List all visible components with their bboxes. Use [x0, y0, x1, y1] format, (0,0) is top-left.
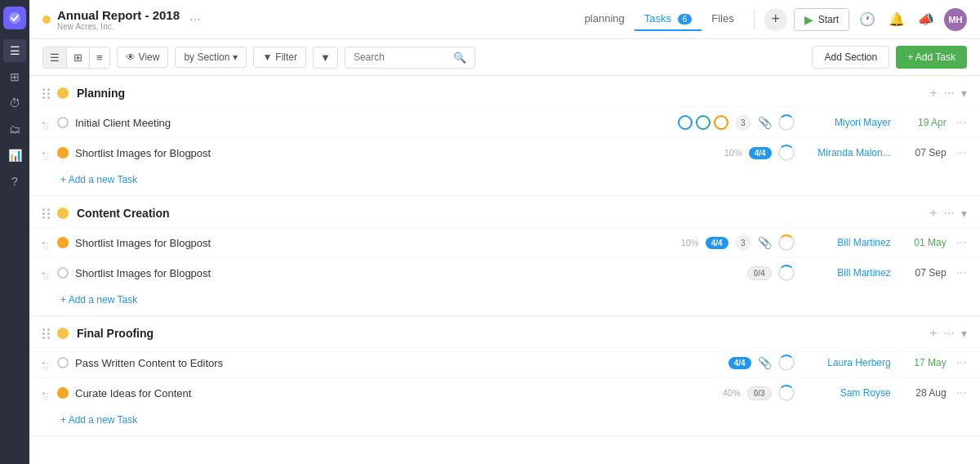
task-assignee[interactable]: Sam Royse	[801, 387, 891, 399]
task-row[interactable]: ⠿ Shortlist Images for Blogpost 0/4 Bill…	[29, 257, 980, 288]
task-status-checkbox[interactable]	[57, 237, 69, 248]
timeline-view-button[interactable]: ≡	[90, 47, 109, 68]
attachment-icon: 📎	[758, 236, 772, 249]
task-drag-handle[interactable]: ⠿	[42, 122, 51, 124]
task-assignee[interactable]: Laura Herberg	[801, 357, 891, 368]
section-planning: Planning + ··· ▾ ⠿ Initial Client Meetin…	[29, 76, 980, 196]
task-row[interactable]: ⠿ Shortlist Images for Blogpost 10% 4/4 …	[29, 227, 980, 257]
search-input[interactable]	[354, 51, 448, 63]
list-view-button[interactable]: ☰	[43, 47, 67, 68]
group-by-section-button[interactable]: by Section ▾	[175, 47, 247, 68]
topbar: Annual Report - 2018 New Acres, Inc. ···…	[29, 0, 980, 39]
notifications-icon[interactable]: 📣	[915, 8, 938, 30]
sidebar-icon-board[interactable]: ⊞	[3, 65, 26, 88]
section-title: Final Proofing	[77, 327, 923, 340]
task-row[interactable]: ⠿ Shortlist Images for Blogpost 10% 4/4 …	[29, 137, 980, 167]
add-task-link[interactable]: + Add a new Task	[29, 167, 980, 195]
task-due-date: 19 Apr	[898, 117, 947, 128]
task-status-checkbox[interactable]	[57, 357, 69, 368]
task-more-button[interactable]: ···	[956, 115, 967, 130]
sidebar-icon-time[interactable]: ⏱	[3, 91, 26, 114]
sort-button[interactable]: ▼	[313, 47, 338, 69]
section-collapse-button[interactable]: ▾	[961, 327, 967, 340]
task-drag-handle[interactable]: ⠿	[42, 272, 51, 274]
section-more-icon[interactable]: ···	[944, 206, 955, 221]
task-row[interactable]: ⠿ Pass Written Content to Editors 4/4 📎 …	[29, 347, 980, 377]
task-assignee[interactable]: Miyori Mayer	[801, 117, 891, 128]
section-collapse-button[interactable]: ▾	[961, 207, 967, 220]
add-section-button[interactable]: Add Section	[812, 46, 889, 69]
bell-icon[interactable]: 🔔	[885, 8, 908, 30]
add-to-section-icon[interactable]: +	[929, 326, 937, 341]
filter-button[interactable]: ▼ Filter	[253, 47, 306, 68]
start-button[interactable]: ▶ Start	[794, 8, 849, 31]
sidebar: ☰ ⊞ ⏱ 🗂 📊 ?	[0, 0, 29, 464]
section-header-final-proofing: Final Proofing + ··· ▾	[29, 316, 980, 347]
section-header-content-creation: Content Creation + ··· ▾	[29, 196, 980, 227]
drag-dots-icon: ⠿	[42, 392, 45, 395]
task-spinner	[778, 234, 795, 251]
task-drag-handle[interactable]: ⠿	[42, 152, 51, 154]
topbar-actions: + ▶ Start 🕐 🔔 📣 MH	[764, 8, 967, 31]
sidebar-icon-project[interactable]: ☰	[3, 39, 26, 62]
project-title: Annual Report - 2018	[57, 8, 180, 22]
view-button[interactable]: 👁 View	[117, 47, 169, 68]
section-final-proofing: Final Proofing + ··· ▾ ⠿ Pass Written Co…	[29, 316, 980, 436]
task-status-checkbox[interactable]	[57, 267, 69, 279]
filter-icon: ▼	[262, 51, 272, 63]
tab-files[interactable]: Files	[702, 7, 743, 31]
section-drag-handle[interactable]	[42, 208, 51, 219]
task-status-checkbox[interactable]	[57, 117, 69, 128]
sidebar-icon-files[interactable]: 🗂	[3, 118, 26, 141]
task-status-checkbox[interactable]	[57, 147, 69, 158]
section-drag-handle[interactable]	[42, 328, 51, 339]
project-more-button[interactable]: ···	[189, 12, 200, 27]
tab-summary[interactable]: planning	[575, 7, 635, 31]
task-more-button[interactable]: ···	[956, 235, 967, 250]
attachment-icon: 📎	[758, 116, 772, 129]
add-task-button[interactable]: + Add Task	[896, 46, 967, 69]
app-logo[interactable]	[3, 7, 26, 29]
section-more-icon[interactable]: ···	[944, 326, 955, 341]
add-task-link[interactable]: + Add a new Task	[29, 408, 980, 435]
task-tag: 4/4	[749, 147, 772, 159]
nav-tabs: planning Tasks 6 Files	[575, 7, 744, 31]
sidebar-icon-help[interactable]: ?	[3, 170, 26, 193]
task-row[interactable]: ⠿ Initial Client Meeting 3 📎 Miyori Maye…	[29, 107, 980, 137]
content-area: Planning + ··· ▾ ⠿ Initial Client Meetin…	[29, 76, 980, 464]
task-more-button[interactable]: ···	[956, 145, 967, 160]
task-more-button[interactable]: ···	[956, 386, 967, 400]
user-avatar[interactable]: MH	[944, 8, 967, 31]
task-assignee[interactable]: Bill Martinez	[801, 267, 891, 279]
sidebar-icon-reports[interactable]: 📊	[3, 144, 26, 167]
tab-tasks[interactable]: Tasks 6	[635, 7, 702, 31]
task-drag-handle[interactable]: ⠿	[42, 242, 51, 244]
task-progress: 10%	[710, 148, 742, 158]
add-button[interactable]: +	[764, 8, 787, 31]
task-spinner	[778, 114, 795, 131]
task-more-button[interactable]: ···	[956, 265, 967, 280]
section-actions: + ···	[929, 206, 955, 221]
task-drag-handle[interactable]: ⠿	[42, 392, 51, 395]
section-actions: + ···	[929, 86, 955, 100]
task-progress: 10%	[666, 238, 699, 248]
task-assignee[interactable]: Miranda Malon...	[801, 147, 891, 158]
orange-circle-icon	[714, 115, 728, 130]
task-more-button[interactable]: ···	[956, 355, 967, 370]
task-row[interactable]: ⠿ Curate Ideas for Content 40% 0/3 Sam R…	[29, 377, 980, 408]
section-more-icon[interactable]: ···	[944, 86, 955, 100]
search-box: 🔍	[345, 47, 475, 69]
clock-icon[interactable]: 🕐	[856, 8, 879, 30]
section-drag-handle[interactable]	[42, 88, 51, 99]
board-view-button[interactable]: ⊞	[67, 47, 90, 68]
section-collapse-button[interactable]: ▾	[961, 87, 967, 100]
add-to-section-icon[interactable]: +	[929, 86, 937, 100]
add-to-section-icon[interactable]: +	[929, 206, 937, 221]
task-status-checkbox[interactable]	[57, 387, 69, 399]
toolbar: ☰ ⊞ ≡ 👁 View by Section ▾ ▼ Filter ▼ 🔍 A…	[29, 39, 980, 76]
task-assignee[interactable]: Bill Martinez	[801, 237, 891, 248]
task-count-badge: 3	[735, 234, 751, 251]
task-tag: 0/3	[747, 386, 772, 400]
task-drag-handle[interactable]: ⠿	[42, 362, 51, 364]
add-task-link[interactable]: + Add a new Task	[29, 288, 980, 315]
